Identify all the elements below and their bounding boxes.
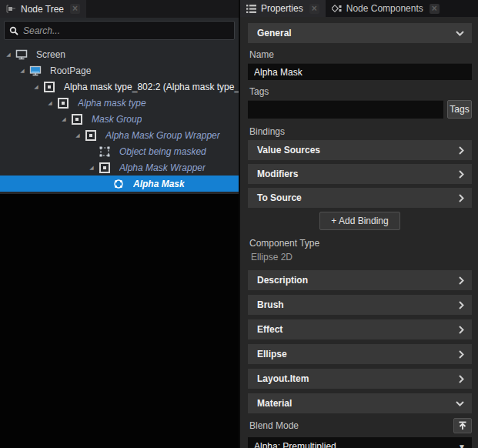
node-tree-tabbar: Node Tree × bbox=[0, 0, 239, 18]
tab-label: Node Tree bbox=[21, 4, 64, 15]
section-title: General bbox=[257, 28, 292, 38]
tree-item-label: Alpha Mask bbox=[133, 179, 185, 189]
tags-input[interactable] bbox=[248, 100, 443, 119]
node-2d-icon bbox=[42, 81, 56, 93]
tree-item-alpha-mask-type[interactable]: ◢ Alpha mask type bbox=[0, 95, 239, 111]
section-material[interactable]: Material bbox=[248, 393, 472, 413]
tab-node-components[interactable]: Node Components × bbox=[326, 0, 446, 17]
blend-mode-label: Blend Mode bbox=[249, 420, 299, 431]
search-box[interactable] bbox=[4, 21, 235, 40]
chevron-right-icon bbox=[459, 170, 464, 179]
chevron-right-icon bbox=[459, 350, 464, 359]
binding-row-modifiers[interactable]: Modifiers bbox=[248, 164, 472, 184]
node-tree: ◢ Screen ◢ bbox=[0, 46, 239, 192]
component-type-value: Ellipse 2D bbox=[251, 252, 472, 262]
tree-item-label: Object being masked bbox=[119, 146, 206, 157]
blend-mode-dropdown[interactable]: Alpha: Premultiplied ▼ bbox=[248, 437, 472, 448]
empty-node-2d-icon bbox=[98, 145, 112, 158]
tab-node-tree[interactable]: Node Tree × bbox=[0, 0, 86, 18]
tree-item-alpha-mask-wrapper[interactable]: ◢ Alpha Mask Wrapper bbox=[0, 159, 239, 176]
section-layout-item[interactable]: Layout.Item bbox=[248, 369, 472, 389]
binding-row-to-source[interactable]: To Source bbox=[248, 188, 472, 208]
section-title: Material bbox=[257, 398, 292, 409]
binding-row-value-sources[interactable]: Value Sources bbox=[248, 140, 472, 160]
section-title: Layout.Item bbox=[257, 373, 309, 384]
tree-item-alpha-mask-type-802[interactable]: ◢ Alpha mask type_802:2 (Alpha mask type… bbox=[0, 79, 239, 95]
tags-button[interactable]: Tags bbox=[447, 100, 472, 119]
ellipse-2d-icon bbox=[112, 178, 125, 190]
row-title: To Source bbox=[257, 192, 302, 203]
node-2d-icon bbox=[56, 97, 70, 109]
arrow-up-to-bar-icon bbox=[458, 421, 467, 430]
chevron-right-icon bbox=[459, 194, 464, 202]
row-title: Modifiers bbox=[257, 169, 298, 179]
chevron-right-icon bbox=[459, 276, 464, 285]
chevron-right-icon bbox=[459, 301, 464, 309]
close-icon[interactable]: × bbox=[309, 4, 319, 14]
tree-item-label: Alpha mask type_802:2 (Alpha mask type_ bbox=[64, 82, 239, 92]
expander-icon[interactable]: ◢ bbox=[85, 159, 98, 176]
properties-list-icon bbox=[246, 5, 256, 13]
section-brush[interactable]: Brush bbox=[248, 295, 472, 315]
tree-item-screen[interactable]: ◢ Screen bbox=[0, 46, 239, 62]
expander-icon[interactable]: ◢ bbox=[2, 46, 15, 62]
tree-item-label: Alpha Mask Wrapper bbox=[119, 162, 206, 173]
name-input[interactable] bbox=[248, 63, 472, 80]
component-type-label: Component Type bbox=[249, 238, 472, 249]
tree-item-alpha-mask-group-wrapper[interactable]: ◢ Alpha Mask Group Wrapper bbox=[0, 127, 239, 143]
expander-icon[interactable]: ◢ bbox=[44, 95, 56, 111]
expander-icon[interactable]: ◢ bbox=[58, 111, 70, 127]
panel-empty-area bbox=[0, 194, 239, 448]
chevron-down-icon bbox=[456, 401, 464, 406]
properties-content: General Name Tags Tags Bindings Value So… bbox=[240, 17, 478, 448]
node-tree-icon bbox=[5, 4, 16, 14]
search-input[interactable] bbox=[23, 25, 229, 36]
properties-tabbar: Properties × Node Components × bbox=[240, 0, 478, 17]
node-tree-content: ◢ Screen ◢ bbox=[0, 18, 239, 194]
page-icon bbox=[28, 65, 42, 76]
chevron-right-icon bbox=[459, 375, 464, 383]
node-2d-icon bbox=[84, 129, 98, 142]
node-components-icon bbox=[332, 4, 342, 13]
section-general[interactable]: General bbox=[248, 23, 472, 43]
add-binding-button[interactable]: + Add Binding bbox=[319, 212, 399, 230]
blend-mode-value: Alpha: Premultiplied bbox=[254, 441, 336, 448]
tab-label: Node Components bbox=[346, 3, 423, 14]
properties-panel: Properties × Node Components × General bbox=[240, 0, 478, 448]
tree-item-label: Screen bbox=[36, 49, 65, 60]
close-icon[interactable]: × bbox=[70, 4, 80, 14]
tree-item-label: Mask Group bbox=[92, 114, 142, 125]
search-icon bbox=[9, 26, 18, 35]
screen-icon bbox=[15, 49, 28, 60]
chevron-right-icon bbox=[459, 326, 464, 334]
name-label: Name bbox=[249, 49, 472, 60]
tags-label: Tags bbox=[249, 86, 472, 97]
tree-item-object-being-masked[interactable]: Object being masked bbox=[0, 143, 239, 159]
expander-icon[interactable]: ◢ bbox=[72, 127, 84, 143]
revert-to-default-button[interactable] bbox=[453, 418, 472, 433]
close-icon[interactable]: × bbox=[430, 4, 440, 14]
tab-label: Properties bbox=[261, 3, 303, 14]
tree-item-label: Alpha mask type bbox=[78, 98, 146, 109]
section-effect[interactable]: Effect bbox=[248, 319, 472, 339]
expander-icon[interactable]: ◢ bbox=[30, 79, 42, 95]
section-description[interactable]: Description bbox=[248, 270, 472, 290]
chevron-down-icon bbox=[456, 31, 464, 36]
node-2d-icon bbox=[70, 113, 84, 125]
bindings-label: Bindings bbox=[249, 126, 472, 137]
section-title: Description bbox=[257, 275, 308, 286]
section-ellipse[interactable]: Ellipse bbox=[248, 344, 472, 364]
row-title: Value Sources bbox=[257, 145, 320, 155]
tree-item-alpha-mask[interactable]: Alpha Mask bbox=[0, 176, 239, 192]
node-tree-panel: Node Tree × ◢ bbox=[0, 0, 239, 448]
kanzi-studio-window: Node Tree × ◢ bbox=[0, 0, 478, 448]
tree-item-mask-group[interactable]: ◢ Mask Group bbox=[0, 111, 239, 127]
tab-properties[interactable]: Properties × bbox=[240, 0, 326, 17]
section-title: Brush bbox=[257, 299, 284, 310]
dropdown-caret-icon: ▼ bbox=[458, 443, 466, 448]
section-title: Ellipse bbox=[257, 349, 287, 359]
tree-item-rootpage[interactable]: ◢ RootPage bbox=[0, 62, 239, 79]
expander-icon[interactable]: ◢ bbox=[16, 62, 28, 79]
tree-item-label: Alpha Mask Group Wrapper bbox=[105, 130, 220, 141]
chevron-right-icon bbox=[459, 146, 464, 155]
